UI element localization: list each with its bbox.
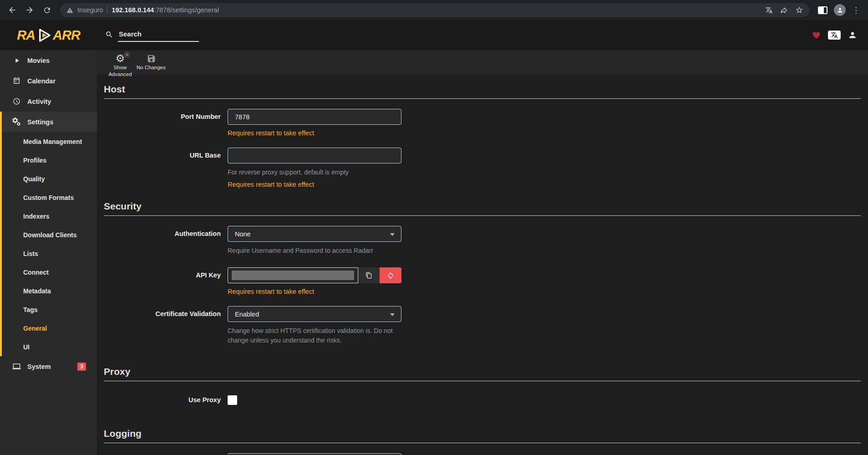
sidebar-item-tags[interactable]: Tags bbox=[2, 300, 97, 319]
heart-icon[interactable] bbox=[812, 31, 821, 40]
browser-toolbar: Inseguro 192.168.0.144:7878/settings/gen… bbox=[0, 0, 868, 20]
logo-text-left: RA bbox=[17, 28, 35, 43]
profile-icon[interactable] bbox=[834, 4, 846, 16]
sidebar-item-label: Calendar bbox=[27, 77, 56, 85]
sub-item-label: Tags bbox=[23, 306, 38, 313]
sidebar-item-activity[interactable]: Activity bbox=[0, 91, 97, 112]
sub-item-label: Profiles bbox=[23, 157, 46, 164]
sidebar-item-profiles[interactable]: Profiles bbox=[2, 151, 97, 169]
sidebar-item-connect[interactable]: Connect bbox=[2, 263, 97, 281]
sub-item-label: Media Management bbox=[23, 138, 82, 145]
section-title-host: Host bbox=[104, 84, 861, 99]
sidebar-item-settings[interactable]: Settings bbox=[2, 112, 97, 132]
sidebar-item-label: Activity bbox=[27, 98, 51, 105]
sidebar-item-lists[interactable]: Lists bbox=[2, 244, 97, 263]
sidebar-item-quality[interactable]: Quality bbox=[2, 169, 97, 188]
save-button-label: No Changes bbox=[136, 64, 166, 71]
sidebar-item-custom-formats[interactable]: Custom Formats bbox=[2, 188, 97, 207]
form-row-port-number: Port Number Requires restart to take eff… bbox=[104, 109, 861, 137]
save-button[interactable]: No Changes bbox=[136, 52, 166, 71]
sidebar-item-download-clients[interactable]: Download Clients bbox=[2, 225, 97, 244]
section-logging: Logging Log Level Info bbox=[104, 428, 861, 455]
calendar-icon bbox=[12, 77, 21, 85]
api-key-input[interactable] bbox=[228, 267, 358, 283]
play-triangle-icon bbox=[36, 27, 52, 43]
url-base-restart-warning: Requires restart to take effect bbox=[228, 181, 401, 188]
forward-icon[interactable] bbox=[22, 2, 37, 18]
sidebar-item-calendar[interactable]: Calendar bbox=[0, 71, 97, 91]
authentication-select[interactable]: None bbox=[228, 226, 401, 242]
sidebar-item-label: System bbox=[27, 363, 51, 370]
port-number-input[interactable] bbox=[228, 109, 401, 125]
show-advanced-button[interactable]: ⚙ × Show Advanced bbox=[105, 52, 135, 78]
sidebar-item-media-management[interactable]: Media Management bbox=[2, 132, 97, 151]
chevron-down-icon bbox=[390, 233, 395, 236]
certificate-validation-label: Certificate Validation bbox=[104, 306, 228, 322]
share-icon[interactable] bbox=[780, 6, 788, 14]
main-panel: ⚙ × Show Advanced No Changes bbox=[97, 50, 868, 455]
star-icon[interactable] bbox=[795, 6, 803, 14]
sidebar-item-label: Settings bbox=[27, 118, 53, 126]
copy-api-key-button[interactable] bbox=[358, 267, 380, 283]
page-url: 192.168.0.144:7878/settings/general bbox=[112, 6, 218, 14]
app-header: RA ARR bbox=[0, 20, 868, 50]
port-restart-warning: Requires restart to take effect bbox=[228, 129, 401, 137]
divider bbox=[107, 6, 107, 14]
sub-item-label: Indexers bbox=[23, 213, 50, 220]
api-key-redacted-value bbox=[232, 271, 354, 280]
search-input[interactable] bbox=[118, 29, 199, 42]
form-row-use-proxy: Use Proxy bbox=[104, 392, 861, 408]
sidebar-item-label: Movies bbox=[27, 57, 50, 64]
side-panel-icon[interactable] bbox=[818, 6, 827, 14]
person-icon[interactable] bbox=[848, 31, 857, 40]
form-row-api-key: API Key bbox=[104, 267, 861, 295]
url-path: :7878/settings/general bbox=[154, 6, 219, 14]
browser-actions: ⋮ bbox=[815, 4, 863, 16]
advanced-x-badge: × bbox=[124, 51, 130, 58]
address-bar[interactable]: Inseguro 192.168.0.144:7878/settings/gen… bbox=[60, 3, 810, 17]
port-number-label: Port Number bbox=[104, 109, 228, 125]
clock-icon bbox=[12, 97, 21, 105]
translate-icon[interactable] bbox=[828, 31, 841, 40]
sub-item-label: Connect bbox=[23, 269, 49, 276]
form-row-authentication: Authentication None Require Username and… bbox=[104, 226, 861, 256]
back-icon[interactable] bbox=[5, 2, 20, 18]
sidebar-item-metadata[interactable]: Metadata bbox=[2, 281, 97, 300]
settings-general-page: Host Port Number Requires restart to tak… bbox=[97, 75, 868, 455]
sidebar-item-system[interactable]: System 3 bbox=[0, 356, 97, 377]
sub-item-label: UI bbox=[23, 343, 30, 351]
warning-triangle-icon bbox=[66, 7, 73, 14]
chevron-down-icon bbox=[390, 313, 395, 316]
sub-item-label: Lists bbox=[23, 250, 38, 257]
form-row-log-level: Log Level Info bbox=[104, 453, 861, 455]
sidebar-item-indexers[interactable]: Indexers bbox=[2, 207, 97, 225]
reload-icon[interactable] bbox=[39, 2, 55, 18]
sidebar-item-movies[interactable]: Movies bbox=[0, 50, 97, 71]
section-host: Host Port Number Requires restart to tak… bbox=[104, 84, 861, 188]
log-level-select[interactable]: Info bbox=[228, 453, 401, 455]
certificate-validation-select[interactable]: Enabled bbox=[228, 306, 401, 322]
regenerate-api-key-button[interactable] bbox=[380, 267, 401, 283]
play-icon bbox=[12, 57, 21, 64]
section-title-logging: Logging bbox=[104, 428, 861, 443]
form-row-url-base: URL Base For reverse proxy support, defa… bbox=[104, 148, 861, 188]
gears-icon bbox=[12, 118, 21, 126]
sub-item-label: General bbox=[23, 325, 47, 332]
log-level-label: Log Level bbox=[104, 453, 228, 455]
api-key-label: API Key bbox=[104, 267, 228, 283]
header-actions bbox=[812, 31, 868, 40]
url-base-input[interactable] bbox=[228, 148, 401, 164]
settings-group: Settings Media Management Profiles Quali… bbox=[0, 112, 97, 356]
url-base-helper: For reverse proxy support, default is em… bbox=[228, 168, 401, 177]
sub-item-label: Custom Formats bbox=[23, 194, 74, 201]
sub-item-label: Quality bbox=[23, 175, 45, 183]
logo-text-right: ARR bbox=[53, 28, 80, 43]
radarr-logo[interactable]: RA ARR bbox=[0, 27, 97, 43]
page-toolbar: ⚙ × Show Advanced No Changes bbox=[97, 50, 868, 75]
sidebar-item-ui[interactable]: UI bbox=[2, 337, 97, 356]
translate-icon[interactable] bbox=[765, 6, 773, 14]
use-proxy-checkbox[interactable] bbox=[228, 395, 237, 405]
sidebar-item-general[interactable]: General bbox=[2, 319, 97, 337]
menu-dots-icon[interactable]: ⋮ bbox=[852, 6, 860, 14]
certificate-validation-value: Enabled bbox=[235, 311, 259, 318]
